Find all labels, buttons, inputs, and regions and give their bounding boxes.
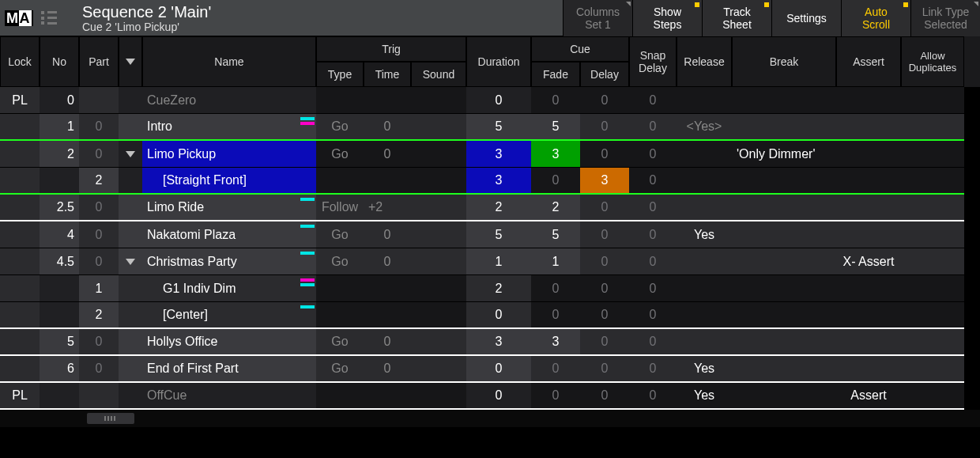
col-break[interactable]: Break	[732, 36, 836, 87]
name-cell[interactable]: [Straight Front]	[142, 168, 316, 195]
assert-cell[interactable]	[836, 302, 901, 329]
snap-delay-cell[interactable]: 0	[629, 248, 677, 275]
snap-delay-cell[interactable]: 0	[629, 302, 677, 329]
break-cell[interactable]	[732, 383, 836, 410]
trig-sound-cell[interactable]	[411, 302, 466, 329]
delay-cell[interactable]: 0	[580, 383, 629, 410]
columns-button[interactable]: Columns Set 1	[563, 0, 632, 36]
trig-type-cell[interactable]: Go	[316, 356, 364, 383]
expand-cell[interactable]	[119, 168, 142, 195]
col-cue[interactable]: Cue	[531, 36, 629, 62]
track-sheet-button[interactable]: Track Sheet	[702, 0, 771, 36]
link-type-button[interactable]: Link Type Selected	[910, 0, 980, 36]
trig-type-cell[interactable]	[316, 302, 364, 329]
trig-time-cell[interactable]: 0	[364, 141, 411, 168]
no-cell[interactable]	[40, 275, 79, 302]
trig-type-cell[interactable]: Go	[316, 141, 364, 168]
delay-cell[interactable]: 3	[580, 168, 629, 195]
name-cell[interactable]: Intro	[142, 114, 316, 141]
part-cell[interactable]: 0	[79, 114, 119, 141]
part-cell[interactable]	[79, 87, 119, 114]
duration-cell[interactable]: 2	[466, 195, 531, 221]
snap-delay-cell[interactable]: 0	[629, 383, 677, 410]
horizontal-scrollbar[interactable]	[0, 410, 980, 427]
release-cell[interactable]	[677, 141, 732, 168]
trig-type-cell[interactable]: Follow	[316, 195, 364, 221]
fade-cell[interactable]: 2	[531, 195, 580, 221]
col-assert[interactable]: Assert	[836, 36, 901, 87]
allow-dup-cell[interactable]	[901, 114, 964, 141]
name-cell[interactable]: End of First Part	[142, 356, 316, 383]
col-duration[interactable]: Duration	[466, 36, 531, 87]
lock-cell[interactable]	[0, 275, 40, 302]
assert-cell[interactable]	[836, 87, 901, 114]
break-cell[interactable]	[732, 356, 836, 383]
cue-row[interactable]: PL0CueZero0000	[0, 87, 980, 114]
expand-cell[interactable]	[119, 141, 142, 168]
assert-cell[interactable]	[836, 329, 901, 356]
assert-cell[interactable]: Assert	[836, 383, 901, 410]
break-cell[interactable]	[732, 168, 836, 195]
trig-sound-cell[interactable]	[411, 383, 466, 410]
trig-time-cell[interactable]	[364, 168, 411, 195]
delay-cell[interactable]: 0	[580, 356, 629, 383]
no-cell[interactable]: 2	[40, 141, 79, 168]
cue-row[interactable]: 60End of First PartGo00000Yes	[0, 356, 980, 383]
snap-delay-cell[interactable]: 0	[629, 275, 677, 302]
allow-dup-cell[interactable]	[901, 87, 964, 114]
no-cell[interactable]: 2.5	[40, 195, 79, 221]
trig-time-cell[interactable]: 0	[364, 221, 411, 248]
allow-dup-cell[interactable]	[901, 275, 964, 302]
duration-cell[interactable]: 2	[466, 275, 531, 302]
trig-sound-cell[interactable]	[411, 329, 466, 356]
delay-cell[interactable]: 0	[580, 221, 629, 248]
delay-cell[interactable]: 0	[580, 302, 629, 329]
no-cell[interactable]	[40, 383, 79, 410]
duration-cell[interactable]: 3	[466, 168, 531, 195]
delay-cell[interactable]: 0	[580, 329, 629, 356]
fade-cell[interactable]: 5	[531, 114, 580, 141]
delay-cell[interactable]: 0	[580, 114, 629, 141]
assert-cell[interactable]	[836, 114, 901, 141]
part-cell[interactable]: 0	[79, 221, 119, 248]
break-cell[interactable]	[732, 195, 836, 221]
snap-delay-cell[interactable]: 0	[629, 356, 677, 383]
duration-cell[interactable]: 0	[466, 356, 531, 383]
part-cell[interactable]: 0	[79, 195, 119, 221]
no-cell[interactable]: 0	[40, 87, 79, 114]
fade-cell[interactable]: 0	[531, 168, 580, 195]
fade-cell[interactable]: 0	[531, 275, 580, 302]
no-cell[interactable]	[40, 168, 79, 195]
no-cell[interactable]: 6	[40, 356, 79, 383]
trig-time-cell[interactable]	[364, 275, 411, 302]
release-cell[interactable]: Yes	[677, 221, 732, 248]
lock-cell[interactable]: PL	[0, 383, 40, 410]
snap-delay-cell[interactable]: 0	[629, 221, 677, 248]
fade-cell[interactable]: 3	[531, 141, 580, 168]
break-cell[interactable]	[732, 302, 836, 329]
cue-row[interactable]: 2.50Limo RideFollow+22200	[0, 195, 980, 221]
col-name[interactable]: Name	[142, 36, 316, 87]
delay-cell[interactable]: 0	[580, 141, 629, 168]
duration-cell[interactable]: 3	[466, 329, 531, 356]
col-expand-icon[interactable]	[119, 36, 142, 87]
lock-cell[interactable]: PL	[0, 87, 40, 114]
cue-row[interactable]: 4.50Christmas PartyGo01100X- Assert	[0, 248, 980, 275]
col-allow-dup[interactable]: Allow Duplicates	[901, 36, 964, 87]
snap-delay-cell[interactable]: 0	[629, 87, 677, 114]
delay-cell[interactable]: 0	[580, 248, 629, 275]
fade-cell[interactable]: 0	[531, 302, 580, 329]
expand-cell[interactable]	[119, 195, 142, 221]
assert-cell[interactable]	[836, 221, 901, 248]
part-cell[interactable]: 1	[79, 275, 119, 302]
snap-delay-cell[interactable]: 0	[629, 195, 677, 221]
break-cell[interactable]	[732, 114, 836, 141]
trig-type-cell[interactable]	[316, 87, 364, 114]
name-cell[interactable]: OffCue	[142, 383, 316, 410]
col-trig[interactable]: Trig	[316, 36, 466, 62]
allow-dup-cell[interactable]	[901, 302, 964, 329]
cue-row[interactable]: 1G1 Indiv Dim2000	[0, 275, 980, 302]
part-cell[interactable]: 0	[79, 248, 119, 275]
col-release[interactable]: Release	[677, 36, 732, 87]
delay-cell[interactable]: 0	[580, 87, 629, 114]
